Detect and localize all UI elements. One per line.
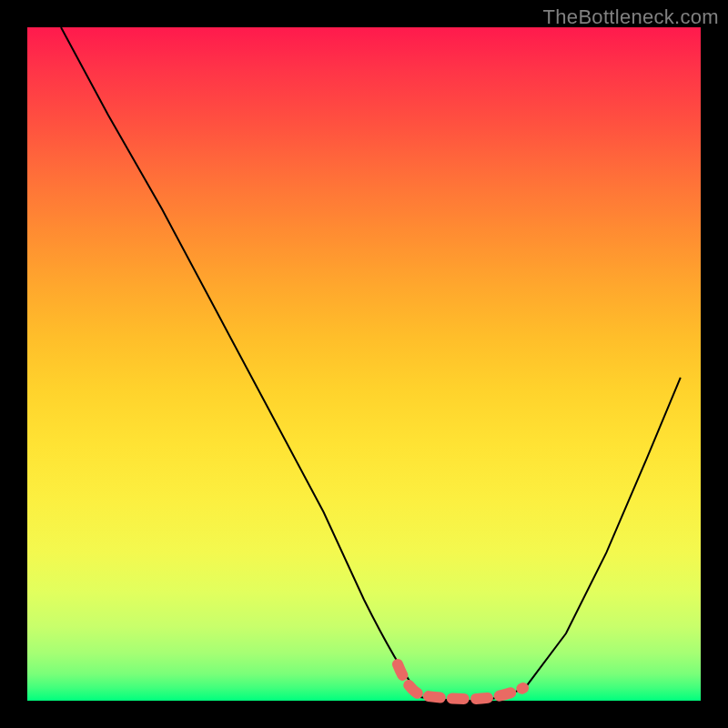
optimal-range-highlight <box>398 664 523 699</box>
chart-frame: TheBottleneck.com <box>0 0 728 728</box>
plot-area <box>27 27 701 701</box>
bottleneck-curve <box>61 27 681 701</box>
watermark-text: TheBottleneck.com <box>543 5 719 29</box>
chart-svg <box>27 27 701 701</box>
